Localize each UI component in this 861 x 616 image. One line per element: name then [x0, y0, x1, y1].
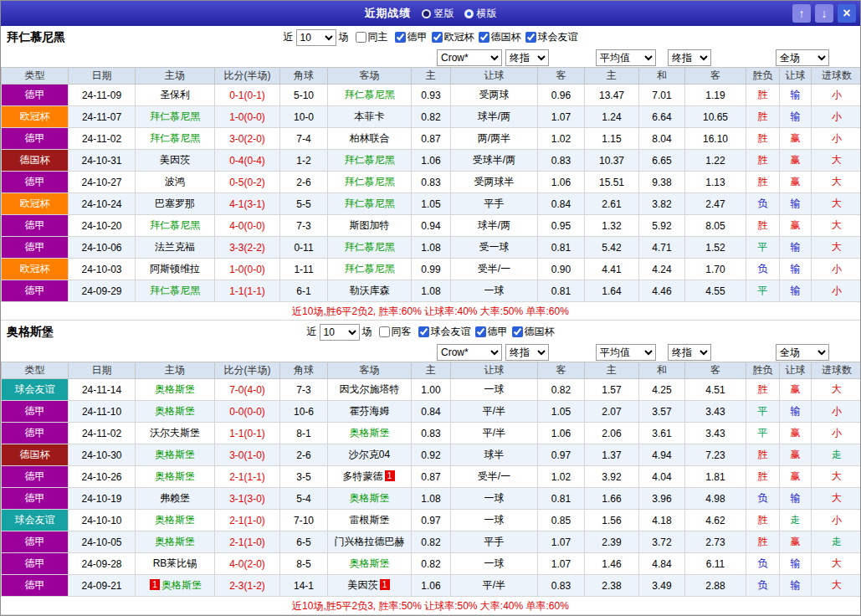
league-checkbox[interactable] — [479, 32, 489, 43]
team-name-text: 奥格斯堡 — [161, 579, 202, 591]
col-corner: 角球 — [280, 68, 328, 85]
handicap-cell: 受两球 — [451, 85, 538, 106]
handicap-result-cell: 输 — [780, 575, 812, 597]
result-cell: 胜 — [746, 510, 780, 531]
away-odds-cell: 0.85 — [538, 510, 585, 531]
average-select[interactable]: 平均值 — [596, 344, 656, 361]
away-odds-cell: 0.82 — [538, 379, 585, 401]
final-odds-select[interactable]: 终指 — [505, 344, 549, 361]
league-label: 德甲 — [488, 325, 508, 339]
same-venue-checkbox[interactable] — [356, 32, 366, 43]
match-row: 球会友谊24-10-10奥格斯堡2-1(1-0)7-10雷根斯堡0.97一球0.… — [2, 510, 861, 531]
layout-horizontal-radio[interactable]: 横版 — [464, 7, 497, 21]
league-filter[interactable]: 德甲 — [395, 30, 428, 44]
red-card-badge: 1 — [385, 470, 395, 481]
final-odds2-select[interactable]: 终指 — [668, 49, 711, 66]
same-venue-filter[interactable]: 同主 — [356, 30, 388, 44]
scope-select[interactable]: 全场 — [776, 344, 829, 361]
same-venue-label: 同主 — [368, 30, 388, 44]
avg-draw-cell: 3.96 — [639, 488, 685, 510]
handicap-result-cell: 输 — [780, 488, 812, 510]
handicap-cell: 球半/两 — [451, 215, 538, 237]
home-team-cell: 弗赖堡 — [136, 488, 215, 510]
league-checkbox[interactable] — [395, 32, 406, 43]
corner-cell: 0-11 — [280, 237, 328, 259]
handicap-cell: 一球 — [451, 553, 538, 575]
league-filter[interactable]: 欧冠杯 — [432, 30, 474, 44]
date-cell: 24-09-28 — [69, 553, 136, 575]
home-odds-cell: 1.05 — [412, 193, 451, 215]
handicap-result-cell: 赢 — [780, 444, 812, 466]
date-cell: 24-10-03 — [69, 259, 136, 280]
league-checkbox[interactable] — [512, 326, 523, 337]
league-filter[interactable]: 德国杯 — [479, 30, 521, 44]
radio-unselected-icon[interactable] — [422, 9, 431, 18]
handicap-result-cell: 赢 — [780, 531, 812, 553]
league-checkbox[interactable] — [525, 32, 536, 43]
avg-home-cell: 1.64 — [585, 280, 639, 302]
league-cell: 德甲 — [2, 280, 69, 302]
league-checkbox[interactable] — [418, 326, 429, 337]
date-cell: 24-10-19 — [69, 488, 136, 510]
home-team-cell: 巴塞罗那 — [136, 193, 215, 215]
home-odds-cell: 0.84 — [412, 401, 451, 423]
radio-selected-icon[interactable] — [464, 9, 474, 18]
league-checkbox[interactable] — [475, 326, 486, 337]
date-cell: 24-11-09 — [69, 85, 136, 106]
match-row: 欧冠杯24-10-24巴塞罗那4-1(3-1)5-5拜仁慕尼黑1.05平手0.8… — [2, 193, 861, 215]
handicap-result-cell: 输 — [780, 193, 812, 215]
home-odds-cell: 0.87 — [412, 128, 451, 150]
match-count-select[interactable]: 10 — [320, 324, 360, 341]
team-name-text: 因戈尔施塔特 — [340, 383, 400, 395]
team-section: 拜仁慕尼黑 近 10 场 同主 德甲欧冠杯德国杯球会友谊 Crow* 终指 平均… — [1, 26, 860, 321]
goals-result-cell: 大 — [812, 488, 861, 510]
scope-select[interactable]: 全场 — [776, 49, 829, 66]
home-odds-cell: 0.83 — [412, 172, 451, 193]
close-button[interactable]: × — [838, 4, 856, 23]
home-team-cell: 波鸿 — [136, 172, 215, 193]
home-team-cell: 奥格斯堡 — [136, 510, 215, 531]
average-select[interactable]: 平均值 — [596, 49, 656, 66]
layout-vertical-radio[interactable]: 竖版 — [422, 7, 454, 21]
team-name-text: 拜仁慕尼黑 — [345, 263, 395, 275]
away-odds-cell: 0.95 — [538, 215, 585, 237]
company-select[interactable]: Crow* — [437, 344, 502, 361]
league-label: 球会友谊 — [538, 30, 578, 44]
avg-away-cell: 1.13 — [685, 172, 746, 193]
home-odds-cell: 1.08 — [412, 280, 451, 302]
league-checkbox[interactable] — [432, 32, 443, 43]
avg-draw-cell: 9.38 — [639, 172, 685, 193]
same-venue-checkbox[interactable] — [379, 326, 390, 337]
result-cell: 胜 — [746, 215, 780, 237]
near-label: 近 — [307, 325, 317, 339]
team-name-text: RB莱比锡 — [153, 557, 197, 569]
team-name-text: 斯图加特 — [350, 219, 390, 231]
col-odds-home: 主 — [412, 68, 451, 85]
league-filter[interactable]: 球会友谊 — [525, 30, 578, 44]
team-name-text: 门兴格拉德巴赫 — [335, 536, 405, 547]
final-odds-select[interactable]: 终指 — [505, 49, 549, 66]
date-cell: 24-10-24 — [69, 193, 136, 215]
company-select[interactable]: Crow* — [437, 49, 502, 66]
titlebar-buttons: ↑ ↓ × — [792, 4, 856, 23]
final-odds2-select[interactable]: 终指 — [668, 344, 711, 361]
move-up-button[interactable]: ↑ — [792, 4, 811, 23]
league-filter[interactable]: 德国杯 — [512, 325, 555, 339]
score-cell: 0-1(0-1) — [215, 85, 280, 106]
avg-away-cell: 4.98 — [685, 488, 746, 510]
league-filter[interactable]: 球会友谊 — [418, 325, 471, 339]
avg-home-cell: 15.51 — [585, 172, 639, 193]
handicap-cell: 平/半 — [451, 401, 538, 423]
team-name-text: 本菲卡 — [355, 110, 385, 122]
match-count-select[interactable]: 10 — [296, 29, 336, 46]
team-name-text: 圣保利 — [160, 89, 190, 100]
goals-result-cell: 小 — [812, 280, 861, 302]
league-filter[interactable]: 德甲 — [475, 325, 508, 339]
avg-home-cell: 13.47 — [585, 85, 639, 106]
league-label: 德甲 — [407, 30, 428, 44]
same-venue-filter[interactable]: 同客 — [379, 325, 412, 339]
corner-cell: 2-6 — [280, 444, 328, 466]
goals-result-cell: 大 — [812, 466, 861, 488]
home-odds-cell: 0.92 — [412, 444, 451, 466]
move-down-button[interactable]: ↓ — [815, 4, 833, 23]
